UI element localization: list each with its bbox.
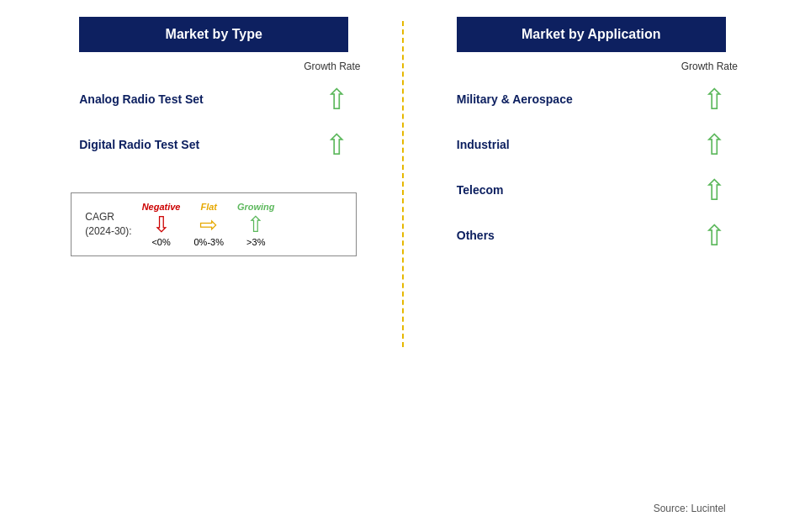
legend-box: CAGR(2024-30): Negative ⇩ <0% Flat ⇨ 0%-… — [71, 192, 357, 256]
analog-radio-arrow-icon: ⇧ — [325, 85, 348, 113]
digital-radio-arrow-icon: ⇧ — [325, 130, 348, 159]
right-panel: Market by Application Growth Rate Milita… — [403, 17, 781, 515]
left-panel-header: Market by Type — [79, 17, 348, 52]
legend-negative-label: Negative — [142, 202, 181, 212]
left-panel: Market by Type Growth Rate Analog Radio … — [25, 17, 403, 515]
right-growth-rate-label: Growth Rate — [485, 61, 755, 72]
industrial-arrow-icon: ⇧ — [702, 130, 726, 159]
legend-flat-range: 0%-3% — [193, 237, 223, 247]
telecom-label: Telecom — [457, 183, 504, 197]
others-label: Others — [457, 229, 495, 242]
legend-flat: Flat ⇨ 0%-3% — [193, 202, 223, 247]
legend-flat-label: Flat — [200, 202, 217, 212]
industrial-label: Industrial — [457, 138, 510, 151]
source-label: Source: Lucintel — [654, 486, 726, 514]
military-arrow-icon: ⇧ — [702, 85, 726, 113]
analog-radio-label: Analog Radio Test Set — [79, 92, 204, 106]
left-item-row-2: Digital Radio Test Set ⇧ — [79, 122, 348, 167]
legend-negative-range: <0% — [151, 237, 170, 247]
right-item-row-3: Telecom ⇧ — [457, 167, 726, 213]
legend-flat-arrow: ⇨ — [199, 213, 218, 235]
legend-growing-range: >3% — [246, 237, 265, 247]
right-item-row-4: Others ⇧ — [457, 213, 726, 258]
panels-wrapper: Market by Type Growth Rate Analog Radio … — [25, 17, 780, 515]
military-label: Military & Aerospace — [457, 92, 573, 106]
right-panel-header: Market by Application — [457, 17, 726, 52]
left-item-row-1: Analog Radio Test Set ⇧ — [79, 76, 348, 122]
legend-negative-arrow: ⇩ — [152, 213, 171, 235]
digital-radio-label: Digital Radio Test Set — [79, 138, 199, 151]
main-container: Market by Type Growth Rate Analog Radio … — [0, 0, 805, 532]
legend-cagr-label: CAGR(2024-30): — [85, 210, 131, 239]
others-arrow-icon: ⇧ — [702, 221, 726, 250]
right-item-row-1: Military & Aerospace ⇧ — [457, 76, 726, 122]
right-item-row-2: Industrial ⇧ — [457, 122, 726, 167]
legend-growing: Growing ⇧ >3% — [237, 202, 275, 247]
left-growth-rate-label: Growth Rate — [109, 61, 378, 72]
legend-growing-arrow: ⇧ — [246, 213, 265, 235]
legend-growing-label: Growing — [237, 202, 275, 212]
legend-negative: Negative ⇩ <0% — [142, 202, 181, 247]
telecom-arrow-icon: ⇧ — [702, 176, 726, 204]
